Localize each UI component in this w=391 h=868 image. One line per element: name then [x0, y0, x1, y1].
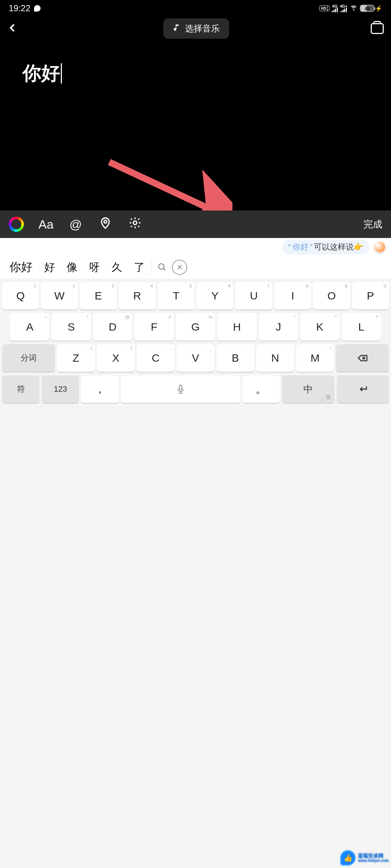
candidate[interactable]: 像 — [61, 260, 83, 275]
key-u[interactable]: 7U — [235, 282, 256, 310]
notification-bubble-icon — [34, 5, 41, 12]
text-edit-toolbar: Aa @ 完成 — [0, 210, 256, 238]
key-s[interactable]: !S — [51, 313, 91, 341]
svg-point-2 — [133, 221, 137, 225]
key-v[interactable]: _V — [177, 344, 214, 372]
numeric-key[interactable]: 123 — [42, 375, 79, 403]
entered-text: 你好 — [22, 61, 60, 86]
text-cursor — [61, 63, 62, 84]
comma-key[interactable]: ， — [81, 375, 118, 403]
key-a[interactable]: ~A — [10, 313, 49, 341]
key-d[interactable]: @D — [93, 313, 132, 341]
keyboard: “ 你好 ” 可以这样说👉 你好 好 像 呀 久 了 ✕ 1Q2W3E4R5T6… — [0, 238, 256, 567]
key-c[interactable]: -C — [137, 344, 175, 372]
key-z[interactable]: (Z — [57, 344, 95, 372]
candidate-close-icon[interactable]: ✕ — [172, 260, 187, 275]
back-button[interactable] — [7, 22, 22, 35]
key-r[interactable]: 4R — [119, 282, 155, 310]
period-key[interactable]: 。 — [243, 375, 256, 403]
candidate[interactable]: 了 — [128, 260, 151, 275]
key-b[interactable]: :B — [216, 344, 254, 372]
svg-rect-4 — [179, 385, 182, 390]
candidate-search-icon[interactable] — [155, 260, 170, 275]
color-picker-button[interactable] — [9, 217, 24, 232]
svg-line-0 — [109, 162, 218, 213]
top-bar: 选择音乐 — [0, 17, 256, 41]
space-mic-key[interactable] — [121, 375, 240, 403]
candidate[interactable]: 呀 — [83, 260, 106, 275]
key-g[interactable]: %G — [176, 313, 215, 341]
key-f[interactable]: #F — [134, 313, 173, 341]
candidate[interactable]: 好 — [38, 260, 61, 275]
status-bar: 19:22 HD 12 4G 4G+ 48 ⚡ — [0, 0, 256, 17]
split-word-key[interactable]: 分词 — [2, 344, 55, 372]
clock: 19:22 — [9, 3, 30, 13]
key-q[interactable]: 1Q — [2, 282, 39, 310]
key-e[interactable]: 3E — [80, 282, 117, 310]
key-grid: 1Q2W3E4R5T6Y7U8I9O0P ~A!S@D#F%G'H"J*K?L … — [0, 278, 256, 403]
svg-point-3 — [159, 264, 164, 269]
key-x[interactable]: )X — [97, 344, 135, 372]
mention-button[interactable]: @ — [68, 217, 83, 231]
key-t[interactable]: 5T — [158, 282, 194, 310]
key-y[interactable]: 6Y — [197, 282, 233, 310]
key-w[interactable]: 2W — [41, 282, 77, 310]
key-h[interactable]: 'H — [217, 313, 256, 341]
text-input-canvas[interactable]: 你好 — [22, 61, 62, 86]
music-label: 选择音乐 — [185, 23, 220, 34]
svg-point-1 — [104, 220, 107, 223]
settings-button[interactable] — [127, 216, 143, 232]
candidate[interactable]: 你好 — [4, 259, 38, 275]
music-note-icon — [173, 24, 181, 34]
symbol-key[interactable]: 符 — [2, 375, 39, 403]
select-music-button[interactable]: 选择音乐 — [163, 18, 229, 39]
status-left: 19:22 — [9, 3, 41, 13]
candidate[interactable]: 久 — [106, 260, 128, 275]
keyboard-suggestion-bar: “ 你好 ” 可以这样说👉 — [0, 238, 256, 256]
font-button[interactable]: Aa — [38, 217, 54, 231]
candidate-row: 你好 好 像 呀 久 了 ✕ — [0, 256, 256, 278]
location-button[interactable] — [98, 216, 113, 232]
